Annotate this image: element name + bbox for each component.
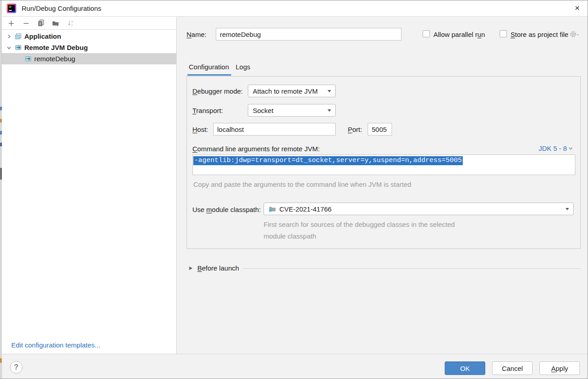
transport-label: Transport: — [192, 107, 223, 114]
debugger-mode-value: Attach to remote JVM — [253, 87, 318, 95]
chevron-down-icon[interactable] — [5, 44, 13, 51]
tree-item-application[interactable]: Application — [2, 31, 176, 42]
tree-item-label: Application — [24, 32, 61, 40]
apply-button[interactable]: Apply — [539, 361, 580, 375]
allow-parallel-run-checkbox[interactable] — [423, 30, 430, 37]
port-input[interactable] — [368, 123, 392, 135]
remove-icon[interactable] — [22, 19, 30, 27]
before-launch-label[interactable]: Before launch — [197, 264, 239, 272]
configurations-sidebar: a z Application — [2, 17, 177, 354]
dropdown-arrow-icon — [328, 109, 331, 112]
dropdown-arrow-icon — [565, 208, 569, 210]
name-input[interactable] — [216, 28, 401, 41]
command-line-hint: Copy and paste the arguments to the comm… — [193, 180, 411, 188]
title-bar: IJ Run/Debug Configurations × — [2, 0, 588, 17]
remote-jvm-debug-icon — [14, 44, 22, 51]
sidebar-toolbar: a z — [2, 17, 176, 30]
tab-logs[interactable]: Logs — [236, 63, 251, 71]
application-icon — [14, 32, 22, 40]
dialog-footer: ? OK Cancel Apply — [2, 354, 588, 379]
chevron-right-icon[interactable] — [5, 33, 13, 40]
store-as-project-file-label[interactable]: Store as project file — [511, 31, 568, 38]
host-label: Host: — [192, 126, 208, 133]
edit-configuration-templates-link[interactable]: Edit configuration templates... — [11, 341, 100, 349]
chevron-down-icon — [568, 146, 573, 151]
dropdown-arrow-icon — [328, 90, 331, 92]
transport-select[interactable]: Socket — [248, 104, 336, 117]
selected-argument-text: -agentlib:jdwp=transport=dt_socket,serve… — [193, 156, 463, 165]
tab-configuration[interactable]: Configuration — [189, 63, 229, 71]
name-label: Name: — [187, 31, 206, 38]
copy-icon[interactable] — [37, 19, 45, 27]
jdk-version-link[interactable]: JDK 5 - 8 — [538, 144, 573, 152]
debugger-mode-label: Debugger mode: — [192, 87, 243, 95]
window-title: Run/Debug Configurations — [22, 5, 101, 12]
tree-item-remotedebug[interactable]: remoteDebug — [2, 53, 176, 64]
close-icon[interactable]: × — [570, 1, 584, 15]
command-line-arguments-field[interactable]: -agentlib:jdwp=transport=dt_socket,serve… — [192, 154, 575, 175]
intellij-logo-icon: IJ — [7, 4, 16, 13]
module-classpath-hint-line1: First search for sources of the debugged… — [264, 221, 455, 228]
sort-configurations-icon[interactable]: a z — [67, 19, 75, 27]
module-classpath-select[interactable]: CVE-2021-41766 — [264, 203, 574, 215]
expand-triangle-icon[interactable] — [189, 266, 192, 270]
new-folder-icon[interactable] — [52, 19, 60, 27]
active-tab-underline — [187, 74, 231, 76]
svg-text:a: a — [71, 20, 73, 23]
module-folder-icon — [269, 205, 276, 212]
ok-button[interactable]: OK — [445, 361, 485, 375]
command-line-arguments-label: Command line arguments for remote JVM: — [192, 145, 320, 153]
add-icon[interactable] — [7, 19, 15, 27]
port-label: Port: — [348, 126, 362, 133]
configuration-editor: Name: Allow parallel run Store as projec… — [177, 17, 588, 354]
transport-value: Socket — [253, 107, 273, 114]
use-module-classpath-label: Use module classpath: — [192, 206, 261, 213]
tree-item-label: remoteDebug — [34, 55, 75, 63]
help-icon[interactable]: ? — [10, 361, 23, 374]
cancel-button[interactable]: Cancel — [492, 361, 533, 375]
remote-jvm-debug-icon — [24, 55, 32, 63]
host-input[interactable] — [213, 123, 336, 135]
svg-text:z: z — [71, 23, 73, 27]
run-debug-configurations-dialog: IJ Run/Debug Configurations × — [0, 0, 588, 379]
debugger-mode-select[interactable]: Attach to remote JVM — [248, 85, 336, 97]
tree-item-label: Remote JVM Debug — [24, 44, 88, 51]
allow-parallel-run-label[interactable]: Allow parallel run — [433, 31, 485, 38]
configurations-tree: Application Remote JVM Debug — [2, 31, 176, 64]
store-settings-gear-icon[interactable] — [569, 30, 580, 39]
module-classpath-hint-line2: module classpath — [264, 232, 316, 240]
before-launch-separator — [242, 268, 581, 269]
configuration-panel: Debugger mode: Attach to remote JVM Tran… — [187, 76, 581, 249]
module-classpath-value: CVE-2021-41766 — [279, 205, 332, 213]
jdk-version-label: JDK 5 - 8 — [538, 144, 567, 152]
store-as-project-file-checkbox[interactable] — [500, 30, 507, 37]
tree-item-remote-jvm-debug[interactable]: Remote JVM Debug — [2, 42, 176, 53]
